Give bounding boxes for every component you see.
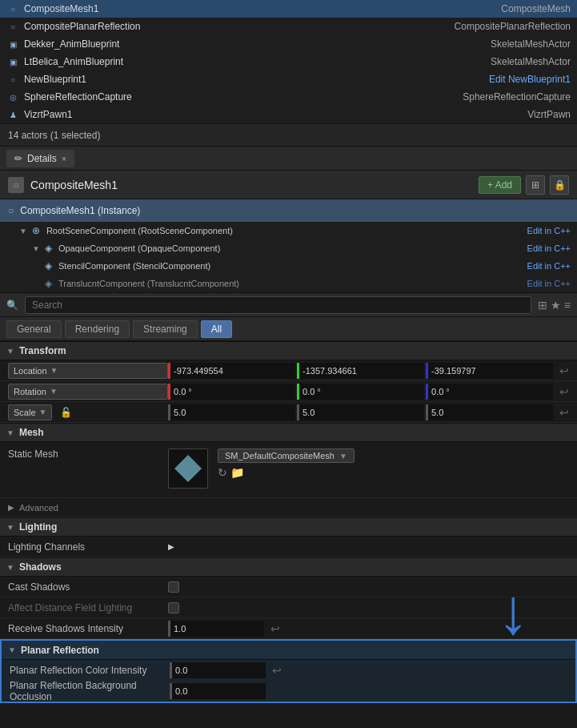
mesh-dropdown-arrow: ▼ bbox=[339, 452, 347, 461]
advanced-arrow: ▶ bbox=[8, 503, 14, 512]
scale-x-input[interactable] bbox=[168, 404, 295, 420]
close-tab-button[interactable]: × bbox=[62, 154, 66, 163]
rotation-z-input[interactable] bbox=[426, 384, 553, 400]
location-dropdown[interactable]: Location ▼ bbox=[8, 363, 168, 379]
bg-occlusion-value bbox=[170, 683, 567, 699]
receive-shadows-reset[interactable]: ↩ bbox=[270, 622, 280, 635]
tree-left-4: ◈ TranslucntComponent (TranslucntCompone… bbox=[6, 278, 239, 289]
details-header: ✏ Details × bbox=[0, 147, 577, 171]
edit-cpp-1[interactable]: Edit in C++ bbox=[527, 226, 571, 235]
details-tab[interactable]: ✏ Details × bbox=[6, 150, 74, 167]
actor-title-icon: ○ bbox=[8, 177, 24, 193]
rotation-dropdown-arrow: ▼ bbox=[50, 387, 58, 396]
location-inputs bbox=[168, 363, 553, 379]
tree-row-2[interactable]: ▼ ◈ OpaqueComponent (OpaqueComponent) Ed… bbox=[0, 239, 577, 257]
lock-button[interactable]: 🔒 bbox=[550, 175, 569, 195]
bg-occlusion-input[interactable] bbox=[170, 683, 266, 699]
scale-dropdown-arrow: ▼ bbox=[39, 408, 47, 416]
planar-reflection-title: Planar Reflection bbox=[21, 645, 99, 656]
cast-shadows-label: Cast Shadows bbox=[8, 581, 168, 593]
scale-value: ↩ bbox=[168, 404, 569, 420]
rotation-dropdown-label: Rotation bbox=[14, 387, 46, 396]
transform-title: Transform bbox=[19, 345, 66, 356]
tab-streaming[interactable]: Streaming bbox=[133, 320, 198, 338]
bg-occlusion-label: Planar Reflection Background Occlusion bbox=[10, 680, 170, 702]
actor-name: NewBlueprint1 bbox=[24, 74, 86, 85]
actor-row[interactable]: ○ CompositePlanarReflection CompositePla… bbox=[0, 18, 577, 35]
mesh-name-dropdown[interactable]: SM_DefaultCompositeMesh ▼ bbox=[218, 448, 355, 463]
actor-row[interactable]: ♟ VizrtPawn1 VizrtPawn bbox=[0, 106, 577, 123]
actor-list: ○ CompositeMesh1 CompositeMesh ○ Composi… bbox=[0, 0, 577, 124]
scale-lock-icon[interactable]: 🔓 bbox=[60, 407, 72, 418]
mesh-browse-icon[interactable]: 📁 bbox=[230, 466, 244, 479]
actor-row[interactable]: ◎ SphereReflectionCapture SphereReflecti… bbox=[0, 88, 577, 106]
lighting-channels-row: Lighting Channels ▶ bbox=[0, 537, 577, 557]
location-x-input[interactable] bbox=[168, 363, 295, 379]
edit-cpp-4[interactable]: Edit in C++ bbox=[527, 279, 571, 288]
mesh-refresh-icon[interactable]: ↻ bbox=[218, 466, 227, 479]
planar-reflection-arrow: ▼ bbox=[8, 646, 16, 654]
color-intensity-label: Planar Reflection Color Intensity bbox=[10, 665, 170, 676]
tree-row[interactable]: ▼ ⊕ RootSceneComponent (RootSceneCompone… bbox=[0, 222, 577, 239]
actor-title-bar: ○ CompositeMesh1 + Add ⊞ 🔒 bbox=[0, 171, 577, 199]
scale-y-input[interactable] bbox=[297, 404, 424, 420]
scale-dropdown-label: Scale bbox=[14, 408, 36, 417]
tree-arrow-1: ▼ bbox=[19, 227, 27, 235]
mesh-section-header[interactable]: ▼ Mesh bbox=[0, 423, 577, 442]
actor-row[interactable]: ▣ Dekker_AnimBlueprint SkeletalMeshActor bbox=[0, 35, 577, 53]
actor-type: SkeletalMeshActor bbox=[491, 38, 571, 50]
actor-row[interactable]: ○ CompositeMesh1 CompositeMesh bbox=[0, 0, 577, 18]
lighting-channels-value: ▶ bbox=[168, 542, 569, 551]
rotation-dropdown[interactable]: Rotation ▼ bbox=[8, 384, 168, 400]
tab-general[interactable]: General bbox=[6, 320, 62, 338]
lighting-channels-arrow[interactable]: ▶ bbox=[168, 542, 174, 551]
blue-arrow-icon: ↓ bbox=[497, 580, 529, 644]
tab-all[interactable]: All bbox=[201, 320, 232, 338]
scale-reset-button[interactable]: ↩ bbox=[559, 406, 569, 419]
star-icon[interactable]: ★ bbox=[551, 299, 561, 312]
edit-cpp-2[interactable]: Edit in C++ bbox=[527, 243, 571, 253]
transform-section-header[interactable]: ▼ Transform bbox=[0, 341, 577, 360]
edit-cpp-3[interactable]: Edit in C++ bbox=[527, 261, 571, 271]
color-intensity-input[interactable] bbox=[170, 662, 266, 678]
actor-name: CompositePlanarReflection bbox=[24, 21, 140, 32]
search-icons: ⊞ ★ ≡ bbox=[538, 299, 571, 312]
rotation-y-input[interactable] bbox=[297, 384, 424, 400]
scale-z-input[interactable] bbox=[426, 404, 553, 420]
mesh-name-label: SM_DefaultCompositeMesh bbox=[225, 451, 335, 461]
color-intensity-row: Planar Reflection Color Intensity ↩ bbox=[2, 660, 575, 681]
mesh-preview bbox=[168, 448, 208, 489]
search-input[interactable] bbox=[25, 296, 531, 314]
location-y-input[interactable] bbox=[297, 363, 424, 379]
settings-icon[interactable]: ≡ bbox=[564, 299, 571, 312]
search-bar: 🔍 ⊞ ★ ≡ bbox=[0, 293, 577, 317]
color-intensity-reset[interactable]: ↩ bbox=[272, 664, 282, 677]
details-icon: ✏ bbox=[14, 153, 22, 164]
location-z-input[interactable] bbox=[426, 363, 553, 379]
tree-row-4[interactable]: ◈ TranslucntComponent (TranslucntCompone… bbox=[0, 275, 577, 292]
tab-rendering[interactable]: Rendering bbox=[65, 320, 130, 338]
lighting-title: Lighting bbox=[19, 521, 57, 533]
lighting-section-header[interactable]: ▼ Lighting bbox=[0, 517, 577, 537]
cast-shadows-checkbox[interactable] bbox=[168, 581, 179, 593]
mesh-title: Mesh bbox=[19, 427, 44, 438]
advanced-row[interactable]: ▶ Advanced bbox=[0, 498, 577, 517]
scale-dropdown[interactable]: Scale ▼ bbox=[8, 404, 52, 420]
location-reset-button[interactable]: ↩ bbox=[559, 364, 569, 377]
receive-shadows-input[interactable] bbox=[168, 621, 264, 637]
actor-type: CompositeMesh bbox=[501, 3, 571, 14]
add-button[interactable]: + Add bbox=[479, 176, 521, 194]
rotation-reset-button[interactable]: ↩ bbox=[559, 385, 569, 398]
rotation-x-input[interactable] bbox=[168, 384, 295, 400]
tree-row-3[interactable]: ◈ StencilComponent (StencilComponent) Ed… bbox=[0, 257, 577, 275]
actor-name: VizrtPawn1 bbox=[24, 109, 72, 120]
affect-distance-checkbox[interactable] bbox=[168, 602, 179, 613]
static-mesh-label: Static Mesh bbox=[8, 448, 168, 460]
actor-row[interactable]: ○ NewBlueprint1 Edit NewBlueprint1 bbox=[0, 70, 577, 88]
actor-row[interactable]: ▣ LtBelica_AnimBlueprint SkeletalMeshAct… bbox=[0, 53, 577, 70]
grid-layout-button[interactable]: ⊞ bbox=[526, 175, 545, 195]
tree-arrow-2: ▼ bbox=[32, 244, 40, 253]
lock-icon: 🔒 bbox=[554, 179, 566, 191]
grid-view-icon[interactable]: ⊞ bbox=[538, 299, 547, 312]
tree-left-1: ▼ ⊕ RootSceneComponent (RootSceneCompone… bbox=[6, 225, 233, 236]
